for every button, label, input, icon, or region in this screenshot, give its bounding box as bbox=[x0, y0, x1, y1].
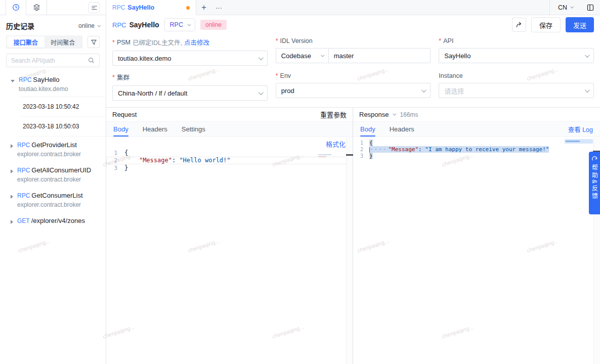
cluster-value: China-North / lf / default bbox=[118, 89, 187, 97]
line-number: 2 bbox=[353, 146, 369, 153]
filter-button[interactable] bbox=[88, 36, 100, 48]
env-filter-dropdown[interactable]: online bbox=[78, 22, 100, 29]
request-type-select[interactable]: RPC bbox=[164, 18, 195, 31]
request-tabs: Body Headers Settings bbox=[106, 122, 353, 137]
search-icon bbox=[88, 57, 95, 64]
code-line: 1 { bbox=[106, 149, 353, 157]
required-asterisk: * bbox=[112, 39, 115, 46]
minimap[interactable] bbox=[565, 139, 593, 144]
history-group: RPCSayHello toutiao.kitex.demo 2023-03-1… bbox=[0, 71, 106, 136]
item-name: SayHello bbox=[33, 76, 59, 83]
chevron-down-icon bbox=[585, 87, 590, 93]
request-json-editor[interactable]: 格式化 1 { 2 "Message": "Hello world!" 3 bbox=[106, 137, 353, 364]
unsaved-dot-icon bbox=[186, 6, 190, 10]
history-sidebar: 历史记录 online 接口聚合 时间聚合 bbox=[0, 0, 106, 364]
aggregation-segmented-control: 接口聚合 时间聚合 bbox=[6, 35, 82, 49]
psm-hint: 已绑定IDL主文件, bbox=[133, 37, 182, 47]
layers-icon bbox=[33, 4, 40, 11]
request-tab-body[interactable]: Body bbox=[113, 122, 128, 136]
search-input[interactable] bbox=[11, 57, 85, 64]
field-env: * Env prod bbox=[276, 72, 431, 101]
response-tab-headers[interactable]: Headers bbox=[390, 122, 414, 136]
line-number: 2 bbox=[106, 157, 124, 164]
code-line: 3 } bbox=[106, 164, 353, 172]
tab-overflow-menu-button[interactable] bbox=[211, 0, 227, 15]
editor-scrollbar[interactable] bbox=[346, 137, 353, 364]
collapse-sidebar-button[interactable] bbox=[89, 2, 100, 13]
minimap[interactable] bbox=[316, 153, 346, 157]
document-tab-bar: RPC SayHello CN bbox=[106, 0, 600, 15]
response-json-editor[interactable]: 1 { 2 "Message": "I am happy to receive … bbox=[353, 137, 600, 364]
psm-label: PSM bbox=[117, 39, 131, 46]
reset-params-button[interactable]: 重置参数 bbox=[320, 110, 347, 119]
method-tag: RPC bbox=[17, 192, 30, 199]
instance-select[interactable]: 请选择 bbox=[439, 83, 594, 98]
idl-version-group: Codebase master bbox=[276, 48, 431, 63]
line-number: 1 bbox=[353, 140, 369, 146]
history-run[interactable]: 2023-03-18 10:50:42 bbox=[20, 97, 106, 117]
api-select[interactable]: SayHello bbox=[439, 48, 594, 63]
code-text: { bbox=[124, 149, 128, 157]
segment-time-aggregate[interactable]: 时间聚合 bbox=[45, 36, 82, 48]
json-key: "Message" bbox=[389, 146, 419, 153]
split-layout-button[interactable] bbox=[581, 0, 600, 15]
tab-rpc-sayhello[interactable]: RPC SayHello bbox=[106, 0, 196, 15]
api-label: API bbox=[443, 37, 453, 44]
caret-down-icon[interactable] bbox=[11, 80, 15, 82]
code-text: } bbox=[124, 164, 128, 172]
caret-right-icon[interactable] bbox=[11, 144, 13, 148]
new-tab-button[interactable] bbox=[196, 0, 211, 15]
line-number: 1 bbox=[106, 149, 124, 157]
chevron-down-icon bbox=[421, 87, 426, 93]
view-log-link[interactable]: 查看 Log bbox=[568, 124, 593, 134]
help-feedback-tab[interactable]: 帮助&反馈 bbox=[589, 152, 600, 214]
share-button[interactable] bbox=[512, 18, 526, 32]
request-tab-settings[interactable]: Settings bbox=[182, 122, 205, 136]
idl-source-select[interactable]: Codebase bbox=[276, 49, 329, 63]
idl-branch-input[interactable]: master bbox=[329, 52, 431, 60]
chevron-down-icon bbox=[321, 53, 324, 57]
app-window: 历史记录 online 接口聚合 时间聚合 bbox=[0, 0, 600, 364]
main-area: RPC SayHello CN RPC SayHello RPC bbox=[106, 0, 600, 364]
line-number: 3 bbox=[106, 164, 124, 172]
status-badge: online bbox=[200, 20, 227, 30]
format-button[interactable]: 格式化 bbox=[326, 139, 346, 149]
list-item-getproviderlist[interactable]: RPCGetProviderList explorer.contract.bro… bbox=[0, 136, 106, 162]
request-tab-headers[interactable]: Headers bbox=[143, 122, 167, 136]
chevron-down-icon bbox=[393, 112, 396, 116]
response-tab-body[interactable]: Body bbox=[360, 122, 375, 136]
sidebar-tab-collections[interactable] bbox=[26, 0, 47, 15]
code-line: 3 } bbox=[353, 153, 600, 159]
caret-right-icon[interactable] bbox=[11, 169, 13, 173]
response-panel: Response 166ms Body Headers 查看 Log 1 { bbox=[353, 108, 600, 364]
item-psm: toutiao.kitex.demo bbox=[19, 85, 68, 93]
response-dropdown[interactable]: Response bbox=[359, 111, 395, 118]
send-button[interactable]: 发送 bbox=[566, 17, 594, 32]
list-item-zones[interactable]: GET/explorer/v4/zones bbox=[0, 212, 106, 229]
response-tabs: Body Headers 查看 Log bbox=[353, 122, 600, 137]
tab-method-tag: RPC bbox=[112, 4, 125, 11]
psm-edit-link[interactable]: 点击修改 bbox=[184, 37, 209, 47]
env-select[interactable]: prod bbox=[276, 83, 431, 98]
list-item-getallconsumeruid[interactable]: RPCGetAllConsumerUID explorer.contract.b… bbox=[0, 162, 106, 187]
cluster-select[interactable]: China-North / lf / default bbox=[112, 85, 268, 101]
caret-right-icon[interactable] bbox=[11, 195, 13, 199]
list-item-sayhello[interactable]: RPCSayHello toutiao.kitex.demo bbox=[0, 71, 106, 97]
segment-api-aggregate[interactable]: 接口聚合 bbox=[7, 36, 45, 48]
item-name: GetProviderList bbox=[31, 141, 77, 149]
history-run[interactable]: 2023-03-18 10:50:03 bbox=[20, 117, 106, 136]
psm-select[interactable]: toutiao.kitex.demo bbox=[112, 51, 268, 66]
request-config-form: * PSM 已绑定IDL主文件, 点击修改 toutiao.kitex.demo… bbox=[106, 34, 600, 107]
field-idl-version: * IDL Version Codebase master bbox=[276, 37, 431, 66]
split-columns-icon bbox=[587, 4, 594, 11]
save-button[interactable]: 保存 bbox=[531, 17, 561, 32]
sidebar-tab-history[interactable] bbox=[6, 0, 26, 15]
item-psm: explorer.contract.broker bbox=[17, 201, 83, 208]
language-selector[interactable]: CN bbox=[549, 0, 581, 15]
field-instance: Instance 请选择 bbox=[439, 72, 594, 101]
response-panel-title: Response bbox=[359, 111, 389, 118]
scrollbar-thumb[interactable] bbox=[346, 154, 354, 156]
list-item-getconsumerlist[interactable]: RPCGetConsumerList explorer.contract.bro… bbox=[0, 187, 106, 212]
caret-right-icon[interactable] bbox=[11, 220, 13, 224]
required-asterisk: * bbox=[276, 37, 278, 44]
